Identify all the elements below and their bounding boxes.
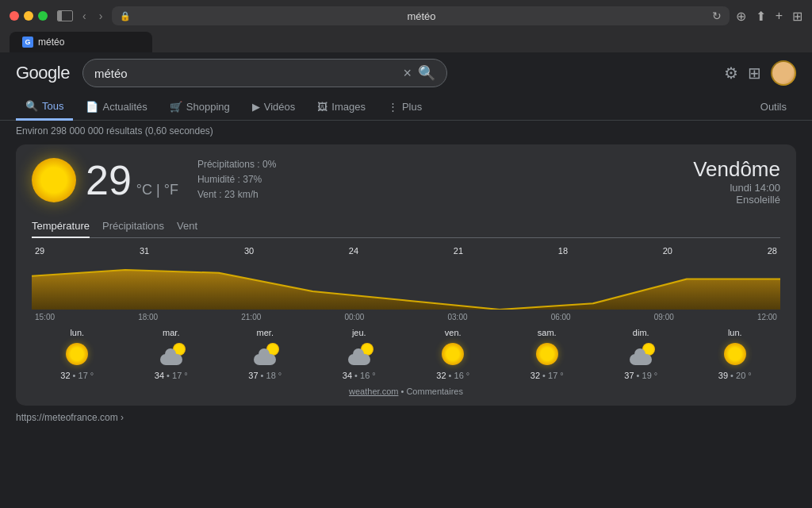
videos-icon: ▶: [252, 101, 260, 113]
weather-tab-precipitations[interactable]: Précipitations: [102, 215, 164, 238]
weather-card: 29 °C | °F Précipitations : 0% Humidité …: [16, 144, 796, 406]
forecast-temps: 32 • 17 °: [530, 371, 564, 380]
time-5: 06:00: [551, 313, 571, 321]
svg-marker-0: [32, 270, 780, 310]
forecast-day-label: dim.: [633, 328, 649, 337]
apps-icon[interactable]: ⊞: [748, 64, 761, 83]
chart-label-3: 24: [349, 246, 358, 256]
actualites-icon: 📄: [86, 101, 98, 113]
time-3: 00:00: [344, 313, 364, 321]
weather-datetime: lundi 14:00: [693, 182, 780, 194]
reload-icon[interactable]: ↻: [712, 10, 722, 22]
tab-videos-label: Vidéos: [264, 101, 296, 113]
forecast-day-mar[interactable]: mar. 34 • 17 °: [126, 328, 217, 380]
nav-tabs: 🔍 Tous 📄 Actualités 🛒 Shopping ▶ Vidéos …: [0, 94, 812, 121]
forward-button[interactable]: ›: [96, 8, 106, 24]
browser-actions: ⊕ ⬆ + ⊞: [736, 9, 802, 24]
forecast-icon-cloud-sun: [345, 340, 373, 368]
time-2: 21:00: [241, 313, 261, 321]
forecast-icon-sun: [721, 340, 749, 368]
settings-icon[interactable]: ⚙: [724, 64, 738, 83]
address-bar[interactable]: 🔒 météo ↻: [112, 6, 729, 25]
source-link[interactable]: weather.com: [349, 387, 398, 396]
active-tab[interactable]: G météo: [10, 32, 152, 52]
search-bar[interactable]: × 🔍: [82, 59, 447, 87]
weather-tab-temperature[interactable]: Température: [32, 215, 90, 238]
tab-images[interactable]: 🖼 Images: [308, 94, 375, 121]
tab-shopping[interactable]: 🛒 Shopping: [160, 94, 239, 121]
bottom-url: https://meteofrance.com ›: [0, 409, 812, 426]
maximize-traffic-light[interactable]: [38, 11, 48, 21]
forecast-day-lun1[interactable]: lun. 32 • 17 °: [32, 328, 123, 380]
download-icon[interactable]: ⊕: [736, 9, 746, 24]
forecast-temps: 39 • 20 °: [718, 371, 752, 380]
forecast-day-lun2[interactable]: lun. 39 • 20 °: [690, 328, 781, 380]
forecast-temps: 32 • 17 °: [60, 371, 94, 380]
bottom-url-text: https://meteofrance.com ›: [16, 412, 124, 423]
weather-tab-vent[interactable]: Vent: [177, 215, 197, 238]
forecast-day-dim[interactable]: dim. 37 • 19 °: [596, 328, 687, 380]
chart-label-2: 30: [244, 246, 254, 256]
precipitation-label: Précipitations : 0%: [197, 157, 276, 172]
forecast-day-label: mar.: [163, 328, 179, 337]
traffic-lights: [10, 11, 48, 21]
forecast-icon-sun: [533, 340, 561, 368]
shopping-icon: 🛒: [170, 101, 182, 113]
forecast-day-ven[interactable]: ven. 32 • 16 °: [408, 328, 499, 380]
plus-icon: ⋮: [388, 101, 398, 113]
time-1: 18:00: [138, 313, 158, 321]
forecast-icon-cloud-sun: [251, 340, 279, 368]
tab-label: météo: [38, 37, 64, 48]
forecast-temps: 34 • 16 °: [343, 371, 376, 380]
forecast-day-label: sam.: [538, 328, 557, 337]
humidity-label: Humidité : 37%: [197, 172, 276, 187]
forecast-day-jeu[interactable]: jeu. 34 • 16 °: [314, 328, 405, 380]
tab-favicon: G: [22, 37, 33, 48]
time-7: 12:00: [757, 313, 777, 321]
forecast-icon-cloud-sun: [157, 340, 186, 368]
tous-icon: 🔍: [25, 100, 38, 112]
forecast-icon-sun: [63, 340, 91, 368]
temperature-value: 29: [86, 160, 132, 201]
sidebar-toggle-icon[interactable]: [57, 10, 73, 21]
close-traffic-light[interactable]: [10, 11, 19, 21]
forecast-day-label: mer.: [257, 328, 274, 337]
grid-icon[interactable]: ⊞: [792, 9, 802, 24]
search-input[interactable]: [94, 67, 396, 80]
tab-outils-label: Outils: [760, 101, 787, 113]
tab-tous[interactable]: 🔍 Tous: [16, 94, 73, 121]
forecast-temps: 37 • 19 °: [624, 371, 657, 380]
google-logo: Google: [16, 63, 70, 83]
search-button[interactable]: 🔍: [418, 64, 435, 82]
tab-outils[interactable]: Outils: [751, 94, 796, 121]
new-tab-icon[interactable]: +: [776, 9, 783, 23]
avatar-image: [772, 62, 795, 84]
tab-tous-label: Tous: [42, 100, 63, 112]
forecast-day-sam[interactable]: sam. 32 • 17 °: [502, 328, 593, 380]
chart-label-7: 28: [768, 246, 777, 256]
back-button[interactable]: ‹: [79, 8, 90, 24]
forecast-day-label: lun.: [728, 328, 742, 337]
results-info: Environ 298 000 000 résultats (0,60 seco…: [0, 121, 812, 141]
clear-search-icon[interactable]: ×: [403, 65, 412, 82]
google-header: Google × 🔍 ⚙ ⊞: [0, 52, 812, 94]
weather-tabs: Température Précipitations Vent: [32, 215, 780, 238]
wind-label: Vent : 23 km/h: [197, 187, 276, 202]
forecast-icon-sun: [439, 340, 467, 368]
forecast-day-label: ven.: [445, 328, 462, 337]
lock-icon: 🔒: [120, 11, 131, 21]
tab-plus[interactable]: ⋮ Plus: [378, 94, 431, 121]
forecast-day-mer[interactable]: mer. 37 • 18 °: [220, 328, 311, 380]
avatar[interactable]: [771, 60, 796, 86]
minimize-traffic-light[interactable]: [24, 11, 33, 21]
chart-times: 15:00 18:00 21:00 00:00 03:00 06:00 09:0…: [32, 313, 780, 321]
tab-actualites[interactable]: 📄 Actualités: [76, 94, 156, 121]
tab-videos[interactable]: ▶ Vidéos: [243, 94, 305, 121]
images-icon: 🖼: [317, 101, 327, 113]
weather-current: 29 °C | °F Précipitations : 0% Humidité …: [32, 157, 780, 206]
time-0: 15:00: [35, 313, 55, 321]
forecast-day-label: lun.: [70, 328, 84, 337]
forecast-temps: 37 • 18 °: [248, 371, 282, 380]
share-icon[interactable]: ⬆: [756, 9, 766, 24]
tab-bar: G météo: [10, 32, 802, 52]
